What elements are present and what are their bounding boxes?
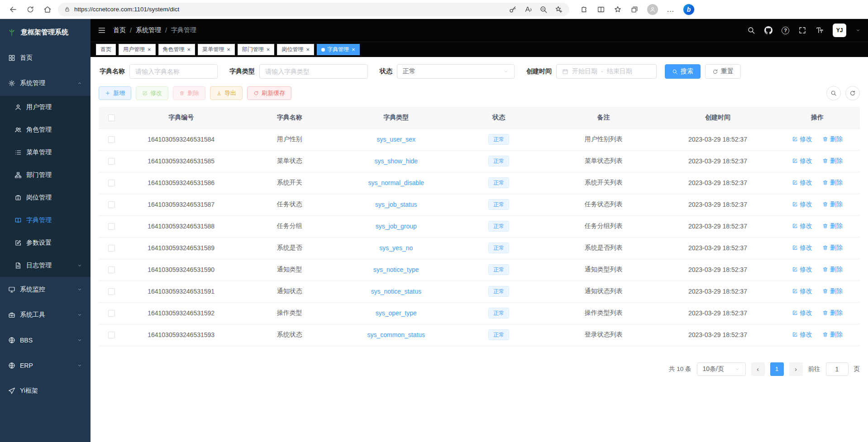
row-delete-button[interactable]: 删除 (822, 157, 843, 165)
dict-type-input[interactable] (265, 68, 362, 75)
user-menu-caret-icon[interactable] (855, 28, 861, 33)
dict-type-link[interactable]: sys_job_group (376, 223, 417, 230)
header-search-icon[interactable] (747, 26, 755, 34)
dict-type-link[interactable]: sys_common_status (367, 331, 425, 338)
next-page-button[interactable]: › (789, 362, 803, 376)
row-edit-button[interactable]: 修改 (792, 309, 812, 317)
read-aloud-icon[interactable] (524, 5, 532, 14)
row-delete-button[interactable]: 删除 (822, 287, 843, 295)
tab-close-icon[interactable]: × (227, 47, 230, 52)
sidebar-item-tools[interactable]: 系统工具 (0, 302, 91, 328)
row-delete-button[interactable]: 删除 (822, 222, 843, 230)
dict-type-link[interactable]: sys_job_status (375, 201, 417, 208)
sidebar-item-home[interactable]: 首页 (0, 45, 91, 71)
address-bar[interactable]: https://ccnetcore.com:1101/system/dict (58, 3, 569, 16)
browser-back-button[interactable] (6, 3, 20, 16)
dict-type-link[interactable]: sys_notice_type (373, 266, 419, 273)
browser-more-menu[interactable]: … (667, 5, 675, 14)
browser-home-button[interactable] (41, 3, 54, 16)
collections-icon[interactable] (630, 5, 639, 14)
row-checkbox[interactable] (108, 332, 115, 338)
zoom-out-icon[interactable] (539, 5, 548, 14)
tab-6[interactable]: 字典管理× (317, 44, 360, 55)
row-edit-button[interactable]: 修改 (792, 331, 812, 339)
status-select[interactable]: 正常 (397, 64, 515, 79)
dict-type-link[interactable]: sys_show_hide (374, 157, 418, 165)
edit-button[interactable]: 修改 (136, 86, 168, 100)
row-delete-button[interactable]: 删除 (822, 135, 843, 143)
dict-type-link[interactable]: sys_user_sex (377, 136, 416, 143)
row-checkbox[interactable] (108, 201, 115, 208)
row-delete-button[interactable]: 删除 (822, 309, 843, 317)
row-delete-button[interactable]: 删除 (822, 244, 843, 252)
dict-type-link[interactable]: sys_oper_type (376, 309, 417, 317)
sidebar-item-monitor[interactable]: 系统监控 (0, 277, 91, 302)
tab-close-icon[interactable]: × (352, 47, 355, 52)
help-icon[interactable]: ? (782, 27, 789, 34)
page-button-1[interactable]: 1 (770, 362, 784, 376)
dict-type-link[interactable]: sys_normal_disable (368, 179, 424, 186)
dict-name-input[interactable] (135, 68, 212, 75)
row-checkbox[interactable] (108, 288, 115, 295)
sidebar-item-erp[interactable]: ERP (0, 353, 91, 378)
sidebar-item-roles[interactable]: 角色管理 (0, 119, 91, 141)
row-checkbox[interactable] (108, 223, 115, 230)
row-checkbox[interactable] (108, 158, 115, 165)
tab-close-icon[interactable]: × (306, 47, 310, 52)
browser-reload-button[interactable] (24, 3, 37, 16)
prev-page-button[interactable]: ‹ (751, 362, 765, 376)
row-delete-button[interactable]: 删除 (822, 179, 843, 187)
sidebar-item-dictionary[interactable]: 字典管理 (0, 209, 91, 232)
github-icon[interactable] (764, 26, 773, 34)
fullscreen-icon[interactable] (798, 26, 806, 34)
tab-close-icon[interactable]: × (267, 47, 270, 52)
sidebar-item-parameters[interactable]: 参数设置 (0, 232, 91, 254)
sidebar-toggle-button[interactable] (98, 26, 106, 34)
reset-button[interactable]: 重置 (705, 64, 741, 79)
user-avatar[interactable]: YJ (833, 24, 846, 37)
row-checkbox[interactable] (108, 180, 115, 186)
tab-5[interactable]: 岗位管理× (277, 44, 314, 55)
bing-copilot-icon[interactable]: b (683, 4, 694, 15)
sidebar-item-menus[interactable]: 菜单管理 (0, 141, 91, 164)
split-screen-icon[interactable] (597, 5, 605, 14)
select-all-checkbox[interactable] (108, 114, 115, 121)
row-edit-button[interactable]: 修改 (792, 266, 812, 274)
date-range-picker[interactable]: 开始日期 - 结束日期 (556, 64, 657, 79)
sidebar-item-system[interactable]: 系统管理 (0, 71, 91, 96)
sidebar-item-bbs[interactable]: BBS (0, 328, 91, 353)
row-checkbox[interactable] (108, 310, 115, 317)
password-key-icon[interactable] (509, 5, 517, 14)
row-delete-button[interactable]: 删除 (822, 266, 843, 274)
goto-page-input[interactable] (828, 366, 846, 373)
row-edit-button[interactable]: 修改 (792, 135, 812, 143)
sidebar-item-users[interactable]: 用户管理 (0, 96, 91, 119)
export-button[interactable]: 导出 (210, 86, 243, 100)
tab-close-icon[interactable]: × (148, 47, 151, 52)
add-favorite-star-icon[interactable] (555, 5, 563, 14)
row-edit-button[interactable]: 修改 (792, 244, 812, 252)
tab-4[interactable]: 部门管理× (238, 44, 275, 55)
tab-2[interactable]: 角色管理× (158, 44, 196, 55)
browser-profile-avatar[interactable] (647, 4, 658, 15)
sidebar-item-departments[interactable]: 部门管理 (0, 164, 91, 186)
tab-3[interactable]: 菜单管理× (198, 44, 235, 55)
sidebar-item-logs[interactable]: 日志管理 (0, 254, 91, 277)
row-delete-button[interactable]: 删除 (822, 331, 843, 339)
row-edit-button[interactable]: 修改 (792, 179, 812, 187)
tab-close-icon[interactable]: × (187, 47, 191, 52)
tab-0[interactable]: 首页 (96, 44, 116, 55)
dict-type-link[interactable]: sys_notice_status (371, 288, 421, 295)
row-edit-button[interactable]: 修改 (792, 287, 812, 295)
delete-button[interactable]: 删除 (173, 86, 205, 100)
row-edit-button[interactable]: 修改 (792, 222, 812, 230)
row-checkbox[interactable] (108, 245, 115, 252)
dict-type-link[interactable]: sys_yes_no (379, 244, 413, 252)
breadcrumb-system[interactable]: 系统管理 (136, 26, 161, 34)
font-size-icon[interactable] (816, 26, 824, 34)
row-edit-button[interactable]: 修改 (792, 200, 812, 209)
row-checkbox[interactable] (108, 136, 115, 143)
add-button[interactable]: 新增 (99, 86, 131, 100)
toggle-search-button[interactable] (826, 86, 841, 100)
breadcrumb-home[interactable]: 首页 (113, 26, 126, 34)
